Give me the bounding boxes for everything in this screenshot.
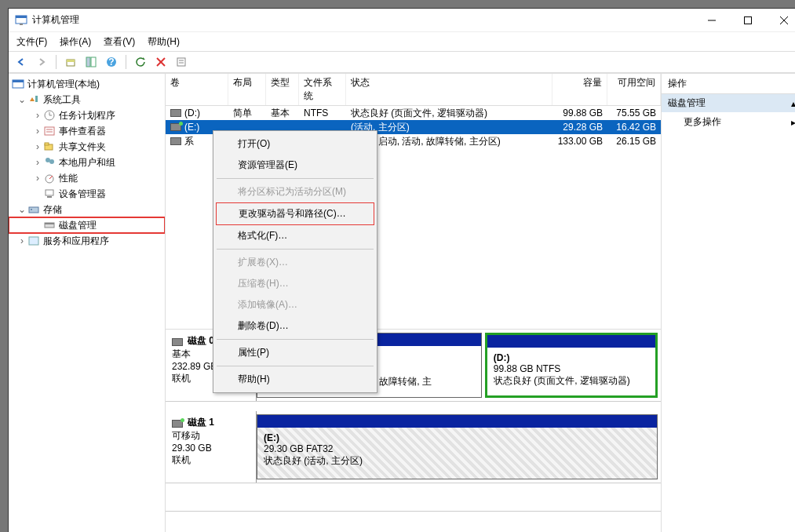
svg-rect-28 [45, 143, 49, 145]
tree-task-scheduler[interactable]: ›任务计划程序 [9, 107, 165, 123]
properties-button[interactable] [172, 53, 191, 71]
tree-root[interactable]: 计算机管理(本地) [9, 76, 165, 92]
partition-e[interactable]: (E:) 29.30 GB FAT32 状态良好 (活动, 主分区) [257, 414, 658, 479]
volume-icon [170, 137, 181, 145]
ctx-extend-volume: 扩展卷(X)… [216, 252, 374, 273]
col-layout[interactable]: 布局 [228, 74, 266, 105]
volume-row[interactable]: (D:) 简单 基本 NTFS 状态良好 (页面文件, 逻辑驱动器) 99.88… [166, 106, 661, 120]
svg-rect-39 [29, 237, 38, 245]
actions-pane: 操作 磁盘管理 ▴ 更多操作 ▸ [661, 74, 795, 532]
tree-disk-management[interactable]: 磁盘管理 [9, 217, 165, 233]
partition-d[interactable]: (D:) 99.88 GB NTFS 状态良好 (页面文件, 逻辑驱动器) [485, 333, 658, 398]
svg-rect-19 [13, 80, 24, 82]
up-button[interactable] [61, 53, 80, 71]
col-capacity[interactable]: 容量 [552, 74, 607, 105]
tree-shared-folders[interactable]: ›共享文件夹 [9, 139, 165, 155]
tree-event-viewer[interactable]: ›事件查看器 [9, 123, 165, 139]
ctx-format[interactable]: 格式化(F)… [216, 225, 374, 246]
svg-rect-34 [47, 196, 52, 198]
disk-icon [172, 420, 183, 428]
collapse-icon[interactable]: ▴ [791, 98, 795, 109]
menu-action[interactable]: 操作(A) [55, 34, 96, 50]
col-free[interactable]: 可用空间 [607, 74, 661, 105]
svg-point-30 [49, 159, 54, 164]
svg-rect-2 [20, 24, 23, 25]
ctx-change-drive-letter[interactable]: 更改驱动器号和路径(C)… [216, 202, 374, 225]
tree-system-tools[interactable]: ⌄系统工具 [9, 92, 165, 107]
menu-view[interactable]: 查看(V) [99, 34, 140, 50]
ctx-add-mirror: 添加镜像(A)… [216, 294, 374, 315]
app-icon [15, 14, 27, 27]
forward-button[interactable] [32, 53, 51, 71]
actions-section-bar[interactable]: 磁盘管理 ▴ [662, 94, 795, 112]
ctx-help[interactable]: 帮助(H) [216, 369, 374, 390]
disk-info[interactable]: 磁盘 1 可移动 29.30 GB 联机 [166, 411, 257, 483]
col-volume[interactable]: 卷 [166, 74, 228, 105]
maximize-button[interactable] [730, 9, 766, 32]
col-status[interactable]: 状态 [346, 74, 552, 105]
disk-icon [172, 338, 183, 346]
svg-rect-35 [29, 207, 38, 213]
back-button[interactable] [12, 53, 31, 71]
context-menu[interactable]: 打开(O) 资源管理器(E) 将分区标记为活动分区(M) 更改驱动器号和路径(C… [213, 130, 377, 393]
menu-help[interactable]: 帮助(H) [143, 34, 184, 50]
actions-header: 操作 [662, 74, 795, 94]
titlebar: 计算机管理 [9, 9, 795, 32]
tree-storage[interactable]: ⌄存储 [9, 202, 165, 217]
more-actions-item[interactable]: 更多操作 ▸ [662, 112, 795, 132]
svg-rect-9 [86, 57, 90, 67]
svg-rect-8 [67, 60, 75, 62]
ctx-shrink-volume: 压缩卷(H)… [216, 273, 374, 294]
volume-icon [170, 123, 181, 131]
svg-rect-24 [45, 127, 54, 135]
ctx-mark-active: 将分区标记为活动分区(M) [216, 181, 374, 202]
ctx-properties[interactable]: 属性(P) [216, 342, 374, 363]
svg-rect-38 [45, 223, 54, 224]
chevron-right-icon: ▸ [791, 117, 795, 128]
ctx-open[interactable]: 打开(O) [216, 133, 374, 155]
help-button[interactable]: ? [102, 53, 121, 71]
menu-file[interactable]: 文件(F) [12, 34, 52, 50]
delete-button[interactable] [151, 53, 170, 71]
svg-rect-10 [91, 57, 96, 67]
refresh-button[interactable] [131, 53, 150, 71]
toolbar: ? [9, 51, 795, 73]
disk-row: 磁盘 1 可移动 29.30 GB 联机 (E:) 29.30 GB FAT32… [166, 411, 661, 483]
svg-rect-1 [16, 16, 27, 18]
tree-performance[interactable]: ›性能 [9, 170, 165, 186]
tree-device-manager[interactable]: 设备管理器 [9, 186, 165, 202]
col-filesystem[interactable]: 文件系统 [299, 74, 346, 105]
show-hide-tree-button[interactable] [82, 53, 100, 71]
volume-header: 卷 布局 类型 文件系统 状态 容量 可用空间 [166, 74, 661, 106]
svg-rect-20 [35, 96, 38, 102]
close-button[interactable] [766, 9, 795, 32]
window-title: 计算机管理 [32, 13, 694, 27]
menubar: 文件(F) 操作(A) 查看(V) 帮助(H) [9, 32, 795, 51]
volume-icon [170, 109, 181, 117]
svg-point-36 [31, 209, 32, 210]
svg-rect-15 [177, 58, 185, 66]
legend-footer [166, 511, 661, 532]
ctx-explorer[interactable]: 资源管理器(E) [216, 155, 374, 176]
svg-rect-33 [46, 190, 53, 195]
col-type[interactable]: 类型 [266, 74, 299, 105]
tree-local-users[interactable]: ›本地用户和组 [9, 155, 165, 170]
navigation-tree[interactable]: 计算机管理(本地) ⌄系统工具 ›任务计划程序 ›事件查看器 ›共享文件夹 ›本… [9, 74, 166, 532]
minimize-button[interactable] [694, 9, 730, 32]
tree-services-apps[interactable]: ›服务和应用程序 [9, 233, 165, 249]
svg-rect-4 [745, 16, 752, 24]
ctx-delete-volume[interactable]: 删除卷(D)… [216, 315, 374, 337]
svg-text:?: ? [108, 56, 114, 67]
